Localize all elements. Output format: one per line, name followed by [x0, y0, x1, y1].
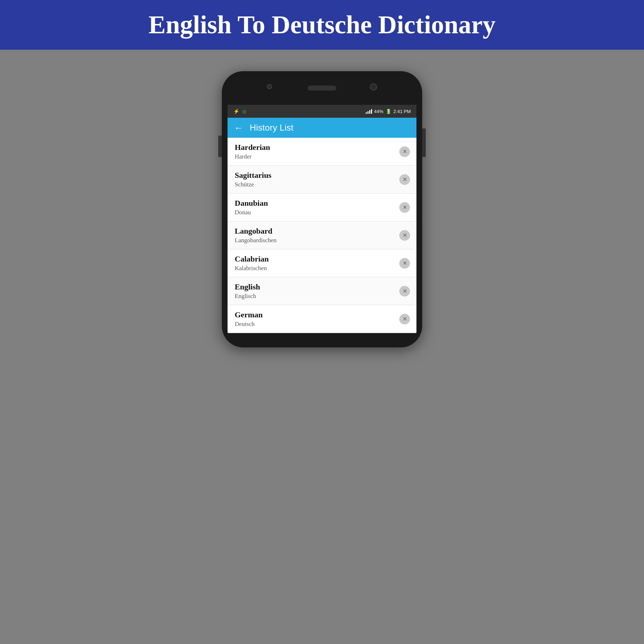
list-item-text-5: English Englisch	[235, 282, 396, 300]
phone-speaker	[308, 86, 336, 91]
signal-bar-4	[371, 109, 372, 114]
list-item-english-3: Langobard	[235, 226, 396, 236]
phone-top	[228, 78, 416, 87]
list-item-text-4: Calabrian Kalabrischen	[235, 254, 396, 272]
list-item-english-2: Danubian	[235, 199, 396, 208]
time-display: 2:41 PM	[394, 109, 411, 114]
list-item-english-1: Sagittarius	[235, 171, 396, 180]
history-list: Harderian Harder ✕ Sagittarius Schütze ✕…	[228, 138, 416, 333]
remove-icon-5: ✕	[402, 288, 407, 294]
status-left-icons: ⚡ ◎	[233, 108, 247, 114]
phone-camera	[370, 83, 377, 91]
list-item[interactable]: Harderian Harder ✕	[228, 138, 416, 166]
signal-bar-2	[367, 111, 369, 114]
phone-power-button	[422, 128, 426, 157]
list-item-text-1: Sagittarius Schütze	[235, 171, 396, 188]
top-banner: English To Deutsche Dictionary	[0, 0, 644, 50]
remove-button-3[interactable]: ✕	[399, 230, 410, 241]
remove-button-6[interactable]: ✕	[399, 314, 410, 325]
list-item-german-3: Langobardischen	[235, 237, 396, 244]
list-item[interactable]: Langobard Langobardischen ✕	[228, 221, 416, 249]
status-bar: ⚡ ◎ 44% 🔋 2:41 PM	[228, 105, 416, 118]
gps-icon: ◎	[242, 108, 247, 114]
list-item-german-2: Donau	[235, 209, 396, 216]
list-item-text-2: Danubian Donau	[235, 199, 396, 216]
list-item[interactable]: German Deutsch ✕	[228, 305, 416, 333]
remove-icon-4: ✕	[402, 260, 407, 266]
back-button[interactable]: ←	[234, 122, 243, 133]
remove-button-5[interactable]: ✕	[399, 286, 410, 297]
list-item-english-6: German	[235, 310, 396, 319]
status-right: 44% 🔋 2:41 PM	[366, 109, 411, 114]
app-bar: ← History List	[228, 118, 416, 138]
app-bar-title: History List	[250, 123, 293, 133]
list-item-german-4: Kalabrischen	[235, 265, 396, 272]
list-item[interactable]: Calabrian Kalabrischen ✕	[228, 249, 416, 277]
battery-level: 44%	[374, 109, 384, 114]
list-item-german-5: Englisch	[235, 293, 396, 300]
list-item[interactable]: Sagittarius Schütze ✕	[228, 166, 416, 194]
signal-bar-3	[369, 110, 370, 114]
list-item-english-0: Harderian	[235, 143, 396, 152]
remove-icon-0: ✕	[402, 149, 407, 155]
remove-button-0[interactable]: ✕	[399, 146, 410, 157]
remove-icon-2: ✕	[402, 205, 407, 210]
list-item-english-5: English	[235, 282, 396, 292]
list-item-text-0: Harderian Harder	[235, 143, 396, 160]
list-item-text-6: German Deutsch	[235, 310, 396, 328]
phone-screen: ⚡ ◎ 44% 🔋 2:41 PM ←	[228, 105, 416, 333]
usb-icon: ⚡	[233, 108, 239, 114]
remove-button-2[interactable]: ✕	[399, 202, 410, 213]
list-item[interactable]: Danubian Donau ✕	[228, 194, 416, 221]
remove-icon-1: ✕	[402, 177, 407, 182]
phone-wrapper: ⚡ ◎ 44% 🔋 2:41 PM ←	[0, 50, 644, 347]
remove-icon-6: ✕	[402, 316, 407, 322]
banner-title: English To Deutsche Dictionary	[148, 10, 496, 40]
list-item-german-0: Harder	[235, 153, 396, 160]
battery-icon: 🔋	[386, 109, 391, 114]
remove-button-4[interactable]: ✕	[399, 258, 410, 269]
remove-icon-3: ✕	[402, 233, 407, 238]
signal-bar-1	[366, 112, 367, 114]
remove-button-1[interactable]: ✕	[399, 174, 410, 185]
phone-sensor	[267, 84, 272, 89]
list-item-german-1: Schütze	[235, 181, 396, 188]
list-item-english-4: Calabrian	[235, 254, 396, 264]
list-item[interactable]: English Englisch ✕	[228, 277, 416, 305]
list-item-german-6: Deutsch	[235, 321, 396, 328]
list-item-text-3: Langobard Langobardischen	[235, 226, 396, 244]
signal-bars	[366, 109, 372, 114]
phone-volume-button	[218, 136, 222, 157]
phone-device: ⚡ ◎ 44% 🔋 2:41 PM ←	[222, 71, 422, 347]
